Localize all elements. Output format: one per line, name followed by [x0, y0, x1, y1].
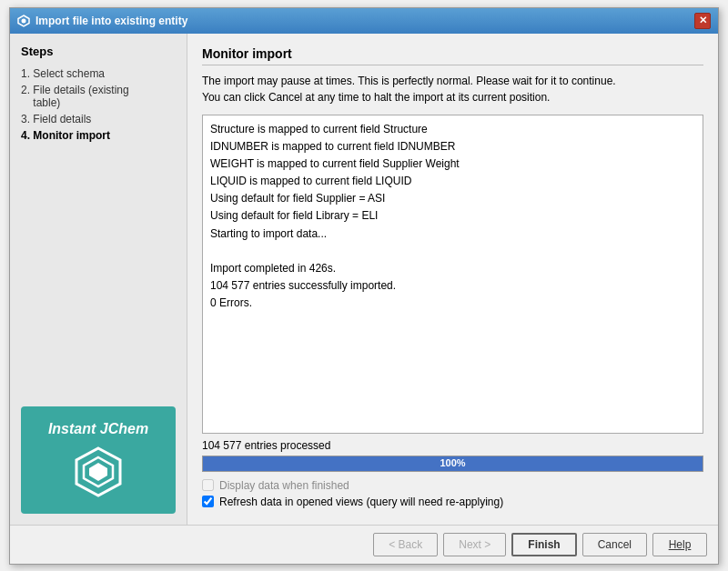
dialog-footer: < Back Next > Finish Cancel Help: [10, 525, 718, 564]
log-line-5: Using default for field Supplier = ASI: [210, 190, 695, 207]
help-label: Help: [669, 538, 692, 551]
help-button[interactable]: Help: [652, 533, 707, 556]
title-bar: Import file into existing entity ✕: [10, 8, 718, 34]
title-bar-left: Import file into existing entity: [17, 15, 187, 27]
main-content: Monitor import The import may pause at t…: [187, 34, 718, 525]
dialog-body: Steps 1. Select schema 2. File details (…: [10, 34, 718, 525]
dialog-title: Import file into existing entity: [35, 15, 187, 27]
next-button[interactable]: Next >: [443, 533, 506, 556]
sidebar-logo: Instant JChem: [21, 406, 176, 514]
log-line-9: Import completed in 426s.: [210, 260, 695, 277]
log-line-10: 104 577 entries successfully imported.: [210, 277, 695, 295]
refresh-checkbox-label: Refresh data in opened views (query will…: [219, 496, 503, 508]
entries-processed: 104 577 entries processed: [202, 439, 703, 452]
step-3: 3. Field details: [21, 113, 176, 125]
log-line-3: WEIGHT is mapped to current field Suppli…: [210, 155, 695, 173]
info-line2: You can click Cancel at any time to halt…: [202, 91, 550, 104]
steps-heading: Steps: [21, 45, 176, 58]
log-line-7: Starting to import data...: [210, 225, 695, 243]
log-line-8: [210, 243, 695, 260]
progress-bar-container: 100%: [202, 456, 703, 472]
section-title: Monitor import: [202, 46, 703, 65]
display-checkbox-row: Display data when finished: [202, 479, 703, 492]
log-line-2: IDNUMBER is mapped to current field IDNU…: [210, 138, 695, 155]
sidebar-steps: Steps 1. Select schema 2. File details (…: [21, 45, 176, 145]
display-checkbox-label: Display data when finished: [219, 479, 349, 492]
step-1: 1. Select schema: [21, 67, 176, 80]
progress-label: 100%: [203, 457, 703, 468]
refresh-checkbox-row: Refresh data in opened views (query will…: [202, 496, 703, 508]
log-line-1: Structure is mapped to current field Str…: [210, 121, 695, 138]
logo-text: Instant JChem: [48, 421, 148, 437]
step-4-active: 4. Monitor import: [21, 129, 176, 142]
display-checkbox[interactable]: [202, 479, 214, 491]
log-line-6: Using default for field Library = ELI: [210, 207, 695, 225]
log-area: Structure is mapped to current field Str…: [202, 115, 703, 434]
dialog: Import file into existing entity ✕ Steps…: [9, 7, 719, 565]
step-list: 1. Select schema 2. File details (existi…: [21, 67, 176, 142]
hex-logo-icon: [71, 445, 126, 499]
close-button[interactable]: ✕: [694, 13, 711, 29]
step-2: 2. File details (existing table): [21, 84, 176, 109]
finish-button[interactable]: Finish: [511, 533, 576, 556]
info-text: The import may pause at times. This is p…: [202, 73, 703, 105]
sidebar: Steps 1. Select schema 2. File details (…: [10, 34, 187, 525]
svg-point-1: [22, 18, 26, 23]
cancel-button[interactable]: Cancel: [582, 533, 647, 556]
app-icon: [17, 15, 30, 27]
refresh-checkbox[interactable]: [202, 496, 214, 507]
log-line-4: LIQUID is mapped to current field LIQUID: [210, 173, 695, 190]
log-line-11: 0 Errors.: [210, 295, 695, 312]
svg-marker-4: [89, 463, 107, 481]
info-line1: The import may pause at times. This is p…: [202, 75, 616, 87]
back-button[interactable]: < Back: [373, 533, 438, 556]
